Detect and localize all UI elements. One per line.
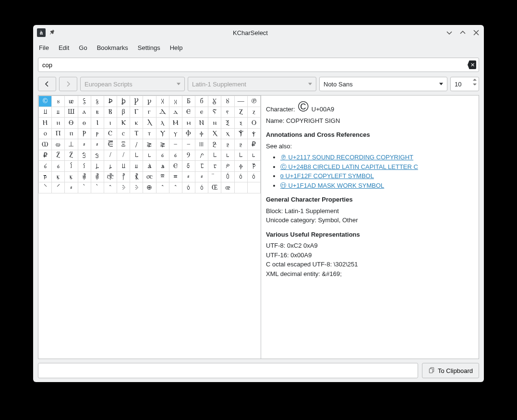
char-cell[interactable]: ₽	[247, 139, 260, 150]
char-cell[interactable]: Ⲍ̈	[52, 150, 65, 161]
char-cell[interactable]: Ⳋ	[182, 150, 195, 161]
char-cell[interactable]: ⲝ	[234, 118, 247, 129]
char-cell[interactable]: Ⳙ	[117, 161, 130, 172]
pin-icon[interactable]	[48, 29, 55, 37]
char-cell[interactable]: ⲃ	[91, 107, 104, 118]
char-cell[interactable]: Ⳬ	[156, 171, 169, 182]
char-cell[interactable]: Ⲭ	[208, 128, 221, 139]
char-cell[interactable]: /	[104, 150, 117, 161]
char-cell[interactable]: ⳙ	[52, 107, 65, 118]
menu-file[interactable]: File	[39, 44, 49, 51]
char-cell[interactable]: ⸗	[182, 171, 195, 182]
char-cell[interactable]: ⲏ	[52, 118, 65, 129]
char-cell[interactable]: Ⲽ	[195, 139, 208, 150]
char-cell[interactable]: Ⲅ	[130, 107, 143, 118]
char-cell[interactable]: ⊕	[143, 182, 156, 193]
char-cell[interactable]: Ξ	[117, 139, 130, 150]
char-cell[interactable]: ˋ	[91, 182, 104, 193]
menu-settings[interactable]: Settings	[138, 44, 160, 51]
char-cell[interactable]: −	[182, 139, 195, 150]
char-cell[interactable]: Ⳍ	[78, 150, 91, 161]
char-cell[interactable]: ⋧	[156, 139, 169, 150]
nav-back-button[interactable]	[38, 77, 56, 91]
char-cell[interactable]: ⲱ	[52, 139, 65, 150]
char-cell[interactable]: ⳳ	[195, 182, 208, 193]
char-cell[interactable]: Ⳟ	[195, 161, 208, 172]
char-cell[interactable]: ⳓ	[156, 150, 169, 161]
char-cell[interactable]: ⳳ	[234, 171, 247, 182]
char-cell[interactable]: Ⲇ	[156, 107, 169, 118]
char-cell[interactable]: ⳳ	[182, 182, 195, 193]
char-cell[interactable]: —	[234, 96, 247, 107]
char-cell[interactable]: ⳪	[143, 171, 156, 182]
char-cell[interactable]: Ⲉ	[182, 107, 195, 118]
char-cell[interactable]: ⳓ	[52, 161, 65, 172]
char-cell[interactable]: ꝧ	[117, 96, 130, 107]
menu-help[interactable]: Help	[170, 44, 183, 51]
minimize-button[interactable]	[445, 29, 453, 36]
char-cell[interactable]: ⲧ	[143, 128, 156, 139]
char-cell[interactable]: ⳿	[156, 182, 169, 193]
char-cell[interactable]: Ⳗ	[91, 161, 104, 172]
char-cell[interactable]: Ⳕ	[65, 161, 78, 172]
char-cell[interactable]: Ⳛ	[143, 161, 156, 172]
char-cell[interactable]: ⸗	[78, 139, 91, 150]
char-cell[interactable]: ⸌	[39, 182, 52, 193]
char-cell[interactable]: ⲯ	[247, 128, 260, 139]
char-cell[interactable]: Œ	[208, 182, 221, 193]
char-cell[interactable]: ꝣ	[91, 96, 104, 107]
char-cell[interactable]: Б	[182, 96, 195, 107]
maximize-button[interactable]	[459, 29, 467, 36]
char-cell[interactable]: ⳑ	[247, 150, 260, 161]
char-cell[interactable]: ⳤ	[52, 171, 65, 182]
char-cell[interactable]: ⲫ	[195, 128, 208, 139]
char-cell[interactable]: ⲟ	[39, 128, 52, 139]
char-cell[interactable]: Ⲡ	[52, 128, 65, 139]
char-cell[interactable]: ⳙ	[130, 161, 143, 172]
char-cell[interactable]: Ⳑ	[208, 150, 221, 161]
char-cell[interactable]: Ⲫ	[182, 128, 195, 139]
char-cell[interactable]: Ⳓ	[39, 161, 52, 172]
char-cell[interactable]: Ⲓ	[91, 118, 104, 129]
char-cell[interactable]: Ⲛ	[195, 118, 208, 129]
char-cell[interactable]: Ⲏ	[39, 118, 52, 129]
char-cell[interactable]: ⲡ	[65, 128, 78, 139]
see-also-link[interactable]: 🄯 U+1F12F COPYLEFT SYMBOL	[280, 172, 374, 180]
char-cell[interactable]: ©	[39, 96, 52, 107]
char-cell[interactable]: Ꝩ	[130, 96, 143, 107]
char-cell[interactable]: Ш	[65, 107, 78, 118]
char-cell[interactable]: Ⲱ	[39, 139, 52, 150]
char-cell[interactable]: Ⲗ	[143, 118, 156, 129]
char-cell[interactable]: Ⲝ	[221, 118, 234, 129]
char-cell[interactable]: Ꝣ	[78, 96, 91, 107]
char-cell[interactable]: ⲁ	[78, 107, 91, 118]
char-cell[interactable]: ⳤ	[65, 171, 78, 182]
char-cell[interactable]: −	[169, 139, 182, 150]
see-also-link[interactable]: 🆭 U+1F1AD MASK WORK SYMBOL	[280, 182, 384, 189]
char-cell[interactable]: ⋧	[143, 139, 156, 150]
char-cell[interactable]: Ⳳ	[221, 171, 234, 182]
char-cell[interactable]: Ⲉ	[169, 161, 182, 172]
char-cell[interactable]: ꭓ	[169, 96, 182, 107]
char-cell[interactable]: Ⲯ	[234, 128, 247, 139]
script-dropdown[interactable]: European Scripts	[80, 77, 185, 91]
char-cell[interactable]: ⳝ	[182, 161, 195, 172]
char-cell[interactable]: ⲍ	[247, 107, 260, 118]
char-cell[interactable]: ⳾	[130, 182, 143, 193]
char-cell[interactable]: ⲫ	[234, 161, 247, 172]
char-cell[interactable]: ⳏ	[195, 150, 208, 161]
char-cell[interactable]: Ⳉ	[208, 139, 221, 150]
char-cell[interactable]: ⳩	[130, 171, 143, 182]
char-cell[interactable]: ᴕ	[52, 96, 65, 107]
char-cell[interactable]: ⳧	[104, 171, 117, 182]
char-cell[interactable]: Ꙋ	[208, 96, 221, 107]
char-cell[interactable]: Ⲑ	[65, 118, 78, 129]
char-cell[interactable]: ⳿	[104, 182, 117, 193]
char-cell[interactable]: ⲭ	[221, 128, 234, 139]
char-cell[interactable]: ⳕ	[78, 161, 91, 172]
char-cell[interactable]: Ⳡ	[221, 161, 234, 172]
char-cell[interactable]: ⳟ	[208, 161, 221, 172]
char-cell[interactable]: ⲓ	[104, 118, 117, 129]
char-cell[interactable]: ⳗ	[104, 161, 117, 172]
char-cell[interactable]: Ⲕ	[117, 118, 130, 129]
